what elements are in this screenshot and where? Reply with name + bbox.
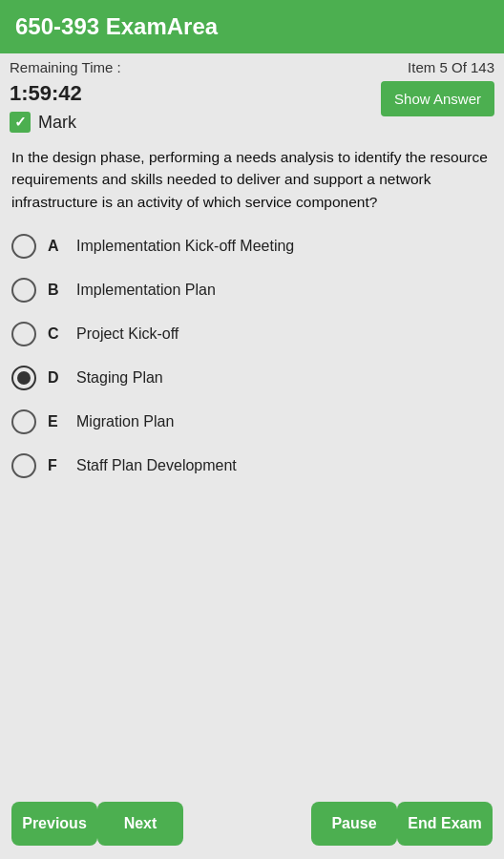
mark-checkbox[interactable] xyxy=(10,112,31,133)
item-counter: Item 5 Of 143 xyxy=(408,59,494,75)
option-radio-c xyxy=(11,322,36,346)
option-text-e: Migration Plan xyxy=(76,413,174,430)
option-letter-c: C xyxy=(48,325,65,343)
option-row-e[interactable]: EMigration Plan xyxy=(8,400,496,444)
remaining-time-label: Remaining Time : xyxy=(10,59,121,75)
timer-left: 1:59:42 Mark xyxy=(10,81,82,133)
option-row-f[interactable]: FStaff Plan Development xyxy=(8,444,496,488)
options-area: AImplementation Kick-off MeetingBImpleme… xyxy=(0,220,504,788)
option-row-a[interactable]: AImplementation Kick-off Meeting xyxy=(8,224,496,268)
question-area: In the design phase, performing a needs … xyxy=(0,136,504,220)
option-letter-f: F xyxy=(48,457,65,474)
option-row-b[interactable]: BImplementation Plan xyxy=(8,268,496,312)
timer-display: 1:59:42 xyxy=(10,81,82,106)
option-radio-a xyxy=(11,234,36,259)
option-row-d[interactable]: DStaging Plan xyxy=(8,356,496,400)
option-letter-a: A xyxy=(48,238,65,255)
timer-row: 1:59:42 Mark Show Answer xyxy=(0,77,504,136)
option-text-f: Staff Plan Development xyxy=(76,457,237,474)
option-text-d: Staging Plan xyxy=(76,369,163,387)
option-radio-d xyxy=(11,366,36,390)
question-text: In the design phase, performing a needs … xyxy=(11,149,488,210)
option-text-c: Project Kick-off xyxy=(76,325,178,343)
app-title: 650-393 ExamArea xyxy=(15,13,218,39)
pause-button[interactable]: Pause xyxy=(311,802,397,846)
mark-label: Mark xyxy=(38,113,76,133)
mark-row: Mark xyxy=(10,112,82,133)
info-bar: Remaining Time : Item 5 Of 143 xyxy=(0,53,504,77)
option-text-a: Implementation Kick-off Meeting xyxy=(76,238,294,255)
app-header: 650-393 ExamArea xyxy=(0,0,504,53)
option-letter-e: E xyxy=(48,413,65,430)
show-answer-button[interactable]: Show Answer xyxy=(381,81,494,116)
option-text-b: Implementation Plan xyxy=(76,282,216,299)
previous-button[interactable]: Previous xyxy=(11,802,97,846)
option-row-c[interactable]: CProject Kick-off xyxy=(8,312,496,356)
option-letter-d: D xyxy=(48,369,65,387)
option-letter-b: B xyxy=(48,282,65,299)
bottom-nav: Previous Next Pause End Exam xyxy=(0,788,504,859)
option-radio-b xyxy=(11,278,36,303)
option-radio-e xyxy=(11,409,36,434)
end-exam-button[interactable]: End Exam xyxy=(397,802,493,846)
option-radio-f xyxy=(11,453,36,478)
next-button[interactable]: Next xyxy=(97,802,183,846)
